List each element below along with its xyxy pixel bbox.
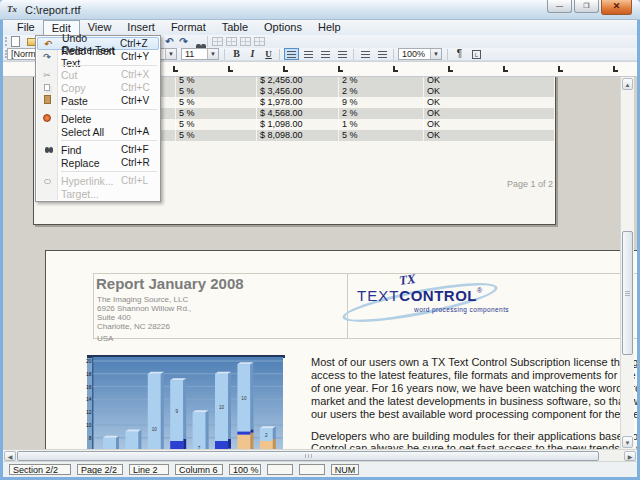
svg-text:10: 10 — [219, 405, 225, 410]
menu-item-delete[interactable]: Delete — [37, 112, 159, 125]
new-document-button[interactable] — [9, 36, 22, 47]
underline-button[interactable]: U — [261, 48, 276, 60]
menu-item-replace[interactable]: ReplaceCtrl+R — [37, 156, 159, 169]
text-line: of one year. For 16 years now, we have b… — [311, 382, 637, 395]
menu-item-cut[interactable]: ✂CutCtrl+X — [37, 68, 159, 81]
svg-text:12: 12 — [86, 409, 92, 415]
text-line: Developers who are building modules for … — [311, 430, 637, 443]
justify-button[interactable] — [335, 48, 350, 60]
menu-item-shortcut: Ctrl+A — [121, 126, 159, 138]
table-cell: OK — [424, 97, 554, 108]
menu-item-copy[interactable]: CopyCtrl+C — [37, 81, 159, 94]
ruler-tab-marker — [503, 66, 508, 72]
text-control-logo: TX TEXTCONTROL® word processing componen… — [341, 275, 516, 333]
menu-item-shortcut: Ctrl+V — [121, 95, 159, 107]
table-cell: 2 % — [339, 108, 424, 119]
vertical-scroll-thumb[interactable] — [622, 231, 633, 355]
italic-button[interactable]: I — [245, 48, 260, 60]
delete-table-button[interactable] — [253, 36, 266, 47]
numbered-list-button[interactable] — [375, 48, 390, 60]
menubar-item-format[interactable]: Format — [163, 20, 214, 35]
minimize-button[interactable]: — — [547, 0, 572, 13]
address-country: USA — [97, 334, 191, 343]
menu-item-label: Copy — [57, 82, 121, 94]
table-cell: $ 2,456.00 — [257, 77, 339, 86]
ruler-tab-marker — [393, 66, 398, 72]
table-cell: $ 1,978.00 — [257, 97, 339, 108]
menu-item-shortcut: Ctrl+F — [121, 144, 159, 156]
align-left-button[interactable] — [284, 48, 299, 60]
maximize-button[interactable]: ❐ — [574, 0, 599, 13]
insert-table-button[interactable] — [211, 36, 224, 47]
logo-text: TEXT — [357, 287, 399, 304]
insert-column-button[interactable] — [239, 36, 252, 47]
horizontal-scrollbar[interactable]: ◀ ▶ — [3, 449, 637, 462]
chevron-down-icon[interactable]: ▼ — [430, 49, 441, 59]
chevron-down-icon[interactable]: ▼ — [207, 49, 218, 59]
align-right-button[interactable] — [318, 48, 333, 60]
menu-item-shortcut: Ctrl+C — [121, 82, 159, 94]
menu-item-hyperlink[interactable]: Hyperlink...Ctrl+L — [37, 174, 159, 187]
scroll-down-button[interactable]: ▼ — [622, 436, 633, 448]
delete-icon — [37, 113, 57, 125]
copy-icon — [37, 82, 57, 94]
insert-row-button[interactable] — [225, 36, 238, 47]
menu-item-find[interactable]: FindCtrl+F — [37, 143, 159, 156]
table-cell: 5 % — [176, 119, 257, 130]
address-line: Suite 400 — [97, 313, 191, 322]
menu-item-paste[interactable]: PasteCtrl+V — [37, 94, 159, 107]
menu-item-label: Select All — [57, 126, 121, 138]
vertical-scrollbar[interactable]: ▲ ▼ — [620, 77, 634, 449]
body-text: Most of our users own a TX Text Control … — [311, 356, 637, 449]
table-cell: 5 % — [176, 86, 257, 97]
align-center-button[interactable] — [301, 48, 316, 60]
menu-item-target[interactable]: Target... — [37, 187, 159, 200]
bold-button[interactable]: B — [229, 48, 244, 60]
chevron-down-icon[interactable]: ▼ — [165, 49, 176, 59]
status-bar: Section 2/2Page 2/2Line 2Column 6100 %NU… — [3, 462, 637, 477]
status-empty-2 — [299, 464, 325, 475]
title-bar[interactable]: Tx C:\report.rtf — ❐ ✕ — [0, 0, 640, 20]
status-zoom: 100 % — [229, 464, 261, 475]
scroll-left-button[interactable]: ◀ — [4, 451, 16, 461]
find-button[interactable] — [192, 36, 205, 47]
ruler-tab-marker — [228, 66, 233, 72]
menubar-item-insert[interactable]: Insert — [119, 20, 163, 35]
table-cell: $ 4,568.00 — [257, 108, 339, 119]
toolbar-separator — [207, 36, 208, 47]
menubar-item-file[interactable]: File — [9, 20, 43, 35]
text-line: market and the latest developments in bu… — [311, 395, 637, 408]
undo-button[interactable]: ↶ — [163, 36, 176, 47]
hyperlink-icon — [37, 175, 57, 187]
table-cell: 5 % — [176, 77, 257, 86]
table-cell: OK — [424, 119, 554, 130]
svg-text:10: 10 — [152, 427, 158, 432]
status-empty-1 — [267, 464, 293, 475]
status-line: Line 2 — [129, 464, 169, 475]
text-line: our users the best available word proces… — [311, 408, 637, 421]
table-cell: 9 % — [339, 97, 424, 108]
bullet-list-icon — [361, 51, 370, 58]
scroll-right-button[interactable]: ▶ — [624, 451, 636, 461]
document-page-2[interactable]: Report January 2008 The Imaging Source, … — [45, 250, 637, 449]
show-paragraph-marks-button[interactable]: ¶ — [452, 48, 467, 60]
menubar-item-table[interactable]: Table — [214, 20, 256, 35]
menu-item-redo-insert-text[interactable]: ↷Redo Insert TextCtrl+Y — [37, 50, 159, 63]
window-title: C:\report.rtf — [25, 4, 81, 16]
text-frame-button[interactable]: L — [469, 48, 484, 60]
zoom-combo[interactable]: 100%▼ — [398, 48, 442, 60]
bullet-list-button[interactable] — [358, 48, 373, 60]
text-frame-icon: L — [472, 50, 481, 59]
menubar-item-help[interactable]: Help — [310, 20, 349, 35]
redo-button[interactable]: ↷ — [177, 36, 190, 47]
menu-item-select-all[interactable]: Select AllCtrl+A — [37, 125, 159, 138]
horizontal-scroll-thumb[interactable] — [17, 451, 599, 461]
table-cell: 5 % — [339, 130, 424, 141]
close-button[interactable]: ✕ — [601, 0, 632, 15]
menubar-item-options[interactable]: Options — [256, 20, 310, 35]
toolbar-grip[interactable] — [5, 37, 8, 46]
scroll-up-button[interactable]: ▲ — [622, 78, 633, 90]
font-size-combo[interactable]: 11▼ — [181, 48, 219, 60]
menu-item-label: Delete — [57, 113, 121, 125]
svg-text:8: 8 — [89, 435, 92, 441]
